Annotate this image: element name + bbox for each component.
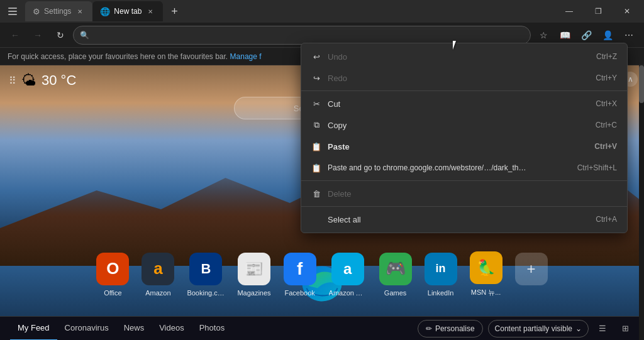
context-menu-paste-label: Paste xyxy=(328,142,350,151)
minimize-button[interactable]: — xyxy=(555,1,584,21)
select-all-icon xyxy=(311,214,321,224)
tab-newtab[interactable]: 🌐 New tab ✕ xyxy=(92,1,163,21)
shortcut-amazon[interactable]: a Amazon xyxy=(142,253,174,297)
tab-coronavirus[interactable]: Coronavirus xyxy=(57,317,116,341)
shortcut-office[interactable]: O Office xyxy=(96,253,129,297)
shortcut-amazon-assistant[interactable]: a Amazon Ass... xyxy=(329,253,367,297)
close-button[interactable]: ✕ xyxy=(613,1,641,21)
shortcut-amazon-assistant-label: Amazon Ass... xyxy=(329,289,367,297)
address-input[interactable] xyxy=(93,30,524,40)
context-menu-delete-label: Delete xyxy=(328,189,352,199)
shortcut-facebook-label: Facebook xyxy=(284,289,314,297)
context-menu-undo-shortcut: Ctrl+Z xyxy=(596,52,617,61)
window-controls: — ❐ ✕ xyxy=(555,1,641,21)
context-menu-cut-shortcut: Ctrl+X xyxy=(596,99,617,108)
settings-icon: ⚙ xyxy=(33,7,40,16)
add-shortcut-icon: + xyxy=(515,253,548,285)
tab-settings[interactable]: ⚙ Settings ✕ xyxy=(25,1,92,21)
context-menu-paste-shortcut: Ctrl+V xyxy=(594,142,617,151)
shortcut-facebook-icon: f xyxy=(284,253,316,285)
share-icon[interactable]: 🔗 xyxy=(576,25,596,45)
redo-icon: ↪ xyxy=(311,73,321,83)
shortcut-booking[interactable]: B Booking.com xyxy=(187,253,225,297)
tab-videos[interactable]: Videos xyxy=(152,317,192,341)
title-bar: ⚙ Settings ✕ 🌐 New tab ✕ + — ❐ ✕ xyxy=(0,0,644,23)
tab-photos[interactable]: Photos xyxy=(192,317,232,341)
undo-icon: ↩ xyxy=(311,52,321,62)
paste-icon: 📋 xyxy=(311,141,321,151)
context-menu-cut-label: Cut xyxy=(328,99,340,109)
grid-view-button[interactable]: ⊞ xyxy=(616,320,634,337)
shortcut-add[interactable]: + + xyxy=(515,253,548,297)
context-menu-divider-3 xyxy=(301,206,627,207)
manage-favorites-link[interactable]: Manage f xyxy=(230,52,262,61)
tab-settings-label: Settings xyxy=(44,7,71,16)
context-menu-undo[interactable]: ↩ Undo Ctrl+Z xyxy=(301,46,627,67)
shortcut-booking-icon: B xyxy=(189,253,222,285)
content-visibility-label: Content partially visible xyxy=(495,324,572,333)
restore-button[interactable]: ❐ xyxy=(584,1,613,21)
dots-menu-icon[interactable]: ⠿ xyxy=(9,75,16,87)
shortcut-facebook[interactable]: f Facebook xyxy=(284,253,316,297)
shortcut-office-label: Office xyxy=(104,289,122,297)
sidebar-toggle[interactable] xyxy=(3,1,23,21)
list-view-button[interactable]: ☰ xyxy=(594,320,611,337)
context-menu-paste[interactable]: 📋 Paste Ctrl+V xyxy=(301,136,627,157)
shortcut-amazon-icon: a xyxy=(142,253,174,285)
content-visibility-button[interactable]: Content partially visible ⌄ xyxy=(488,320,589,337)
shortcut-msn[interactable]: 🦜 MSN 뉴... xyxy=(470,251,502,297)
reading-mode-icon[interactable]: 📖 xyxy=(555,25,575,45)
context-menu-divider-1 xyxy=(301,90,627,91)
scrollbar-thumb[interactable] xyxy=(639,65,644,103)
refresh-button[interactable]: ↻ xyxy=(50,25,70,45)
shortcuts-container: O Office a Amazon B Booking.com 📰 Magazi… xyxy=(0,251,644,297)
tab-my-feed[interactable]: My Feed xyxy=(10,317,57,341)
svg-rect-0 xyxy=(8,8,17,9)
shortcut-magazines-icon: 📰 xyxy=(238,253,270,285)
context-menu-cut[interactable]: ✂ Cut Ctrl+X xyxy=(301,93,627,114)
context-menu-copy-label: Copy xyxy=(328,121,347,130)
personalise-button[interactable]: ✏ Personalise xyxy=(418,320,483,337)
forward-button[interactable]: → xyxy=(28,25,48,45)
context-menu-select-all-label: Select all xyxy=(328,215,361,224)
favorites-icon[interactable]: ☆ xyxy=(533,25,553,45)
context-menu-copy[interactable]: ⧉ Copy Ctrl+C xyxy=(301,114,627,136)
shortcut-office-icon: O xyxy=(96,253,129,285)
favorites-bar-text: For quick access, place your favourites … xyxy=(8,52,228,61)
copy-icon: ⧉ xyxy=(311,120,321,130)
tab-settings-close[interactable]: ✕ xyxy=(75,6,85,16)
tab-news[interactable]: News xyxy=(116,317,152,341)
cut-icon: ✂ xyxy=(311,99,321,109)
more-icon[interactable]: ⋯ xyxy=(619,25,639,45)
shortcut-games[interactable]: 🎮 Games xyxy=(379,253,412,297)
context-menu-delete[interactable]: 🗑 Delete xyxy=(301,183,627,204)
new-tab-button[interactable]: + xyxy=(165,3,183,20)
shortcut-games-label: Games xyxy=(384,289,406,297)
bottom-right-controls: ✏ Personalise Content partially visible … xyxy=(418,320,634,337)
weather-icon: 🌤 xyxy=(21,72,36,89)
context-menu-select-all-shortcut: Ctrl+A xyxy=(596,215,617,224)
shortcut-linkedin-icon: in xyxy=(425,253,457,285)
profile-icon[interactable]: 👤 xyxy=(597,25,618,45)
chevron-down-icon: ⌄ xyxy=(575,324,582,333)
svg-rect-1 xyxy=(8,11,17,12)
shortcut-msn-icon: 🦜 xyxy=(470,251,502,284)
svg-rect-2 xyxy=(8,14,17,15)
context-menu-paste-go[interactable]: 📋 Paste and go to chrome.google.com/webs… xyxy=(301,157,627,178)
context-menu-paste-go-shortcut: Ctrl+Shift+L xyxy=(577,163,617,172)
tab-newtab-label: New tab xyxy=(114,7,142,16)
back-button[interactable]: ← xyxy=(5,25,25,45)
context-menu-select-all[interactable]: Select all Ctrl+A xyxy=(301,209,627,230)
context-menu-redo[interactable]: ↪ Redo Ctrl+Y xyxy=(301,67,627,89)
shortcut-magazines[interactable]: 📰 Magazines xyxy=(237,253,270,297)
shortcut-linkedin[interactable]: in LinkedIn xyxy=(425,253,457,297)
paste-go-icon: 📋 xyxy=(311,163,321,173)
scrollbar[interactable] xyxy=(639,65,644,340)
shortcut-add-label: + xyxy=(529,289,533,297)
context-menu-redo-shortcut: Ctrl+Y xyxy=(596,74,617,82)
context-menu-redo-label: Redo xyxy=(328,74,347,83)
weather-temperature: 30 °C xyxy=(42,72,76,89)
tab-newtab-close[interactable]: ✕ xyxy=(145,6,155,16)
address-bar[interactable]: 🔍 xyxy=(73,26,531,45)
shortcut-msn-label: MSN 뉴... xyxy=(471,288,501,297)
